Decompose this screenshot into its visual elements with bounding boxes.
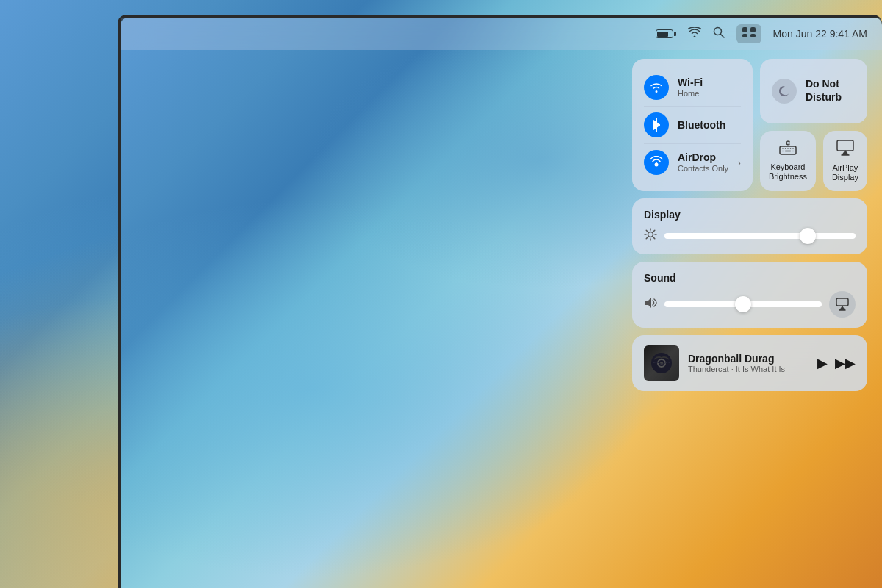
airdrop-icon-circle — [644, 150, 669, 175]
keyboard-brightness-tile[interactable]: Keyboard Brightness — [760, 131, 816, 191]
svg-point-29 — [648, 232, 653, 237]
volume-icon — [644, 296, 657, 312]
network-tile[interactable]: Wi-Fi Home — [632, 59, 753, 191]
wifi-menubar-icon[interactable] — [688, 27, 701, 40]
airplay-display-tile[interactable]: AirPlay Display — [823, 131, 867, 191]
svg-line-1 — [720, 35, 724, 38]
now-playing-section[interactable]: Dragonball Durag Thundercat · It Is What… — [632, 335, 867, 391]
svg-rect-2 — [742, 27, 747, 32]
bluetooth-title: Bluetooth — [678, 119, 725, 132]
display-label: Display — [644, 209, 856, 220]
playback-controls: ▶ ▶▶ — [817, 355, 856, 371]
display-section: Display — [632, 198, 867, 254]
wifi-item[interactable]: Wi-Fi Home — [644, 69, 741, 106]
brightness-slider[interactable] — [664, 233, 856, 239]
brightness-icon — [644, 228, 657, 244]
cc-right-col: Do Not Disturb — [760, 59, 867, 191]
wifi-icon-circle — [644, 75, 669, 100]
dnd-text: Do Not Disturb — [806, 78, 842, 104]
svg-line-34 — [646, 230, 647, 231]
svg-point-18 — [786, 141, 789, 144]
brightness-thumb[interactable] — [800, 228, 816, 244]
wifi-subtitle: Home — [678, 89, 703, 98]
track-info: Dragonball Durag Thundercat · It Is What… — [688, 353, 808, 373]
svg-rect-39 — [836, 298, 848, 306]
album-art-inner — [644, 345, 679, 381]
svg-rect-9 — [780, 146, 796, 154]
album-art — [644, 345, 679, 381]
bluetooth-text: Bluetooth — [678, 119, 725, 132]
wifi-text: Wi-Fi Home — [678, 76, 703, 98]
airdrop-item[interactable]: AirDrop Contacts Only › — [644, 143, 741, 181]
airplay-display-icon — [836, 140, 854, 159]
airplay-audio-button[interactable] — [829, 291, 856, 318]
svg-marker-38 — [645, 298, 651, 308]
volume-thumb[interactable] — [735, 296, 751, 312]
svg-line-35 — [653, 237, 654, 238]
bluetooth-icon-circle — [644, 112, 669, 137]
menu-bar: Mon Jun 22 9:41 AM — [121, 18, 882, 50]
dnd-icon — [772, 79, 797, 104]
battery-icon — [656, 29, 676, 38]
screen-inner: Mon Jun 22 9:41 AM — [121, 18, 882, 588]
small-tiles-row: Keyboard Brightness — [760, 131, 867, 191]
airdrop-chevron-icon: › — [738, 157, 741, 168]
svg-rect-3 — [750, 27, 756, 32]
menu-bar-datetime[interactable]: Mon Jun 22 9:41 AM — [773, 28, 867, 40]
svg-rect-27 — [837, 140, 853, 151]
next-button[interactable]: ▶▶ — [835, 355, 856, 371]
sound-label: Sound — [644, 272, 856, 284]
control-center-panel: Wi-Fi Home — [632, 59, 867, 391]
cc-top-row: Wi-Fi Home — [632, 59, 867, 191]
svg-rect-4 — [742, 34, 747, 37]
volume-slider[interactable] — [664, 301, 822, 307]
screen-bezel: Mon Jun 22 9:41 AM — [118, 15, 882, 588]
play-button[interactable]: ▶ — [817, 355, 828, 371]
bluetooth-item[interactable]: Bluetooth — [644, 106, 741, 143]
menu-bar-icons: Mon Jun 22 9:41 AM — [656, 24, 867, 43]
sound-slider-row — [644, 291, 856, 318]
airdrop-title: AirDrop — [678, 151, 728, 164]
dnd-title-line2: Disturb — [806, 91, 842, 104]
track-title: Dragonball Durag — [688, 353, 808, 365]
display-slider-row — [644, 228, 856, 244]
svg-rect-5 — [750, 34, 756, 37]
svg-line-36 — [653, 230, 654, 231]
track-artist: Thundercat · It Is What It Is — [688, 365, 808, 373]
screen-desktop: Mon Jun 22 9:41 AM — [121, 18, 882, 588]
airplay-display-label: AirPlay Display — [832, 163, 858, 182]
wifi-title: Wi-Fi — [678, 76, 703, 89]
sound-section: Sound — [632, 262, 867, 328]
control-center-menubar-icon[interactable] — [736, 24, 761, 43]
keyboard-brightness-icon — [779, 140, 797, 158]
do-not-disturb-tile[interactable]: Do Not Disturb — [760, 59, 867, 123]
dnd-title-line1: Do Not — [806, 78, 842, 91]
svg-line-37 — [646, 237, 647, 238]
airdrop-text: AirDrop Contacts Only — [678, 151, 728, 173]
spotlight-icon[interactable] — [713, 26, 725, 41]
airdrop-subtitle: Contacts Only — [678, 164, 728, 173]
keyboard-brightness-label: Keyboard Brightness — [769, 162, 807, 182]
